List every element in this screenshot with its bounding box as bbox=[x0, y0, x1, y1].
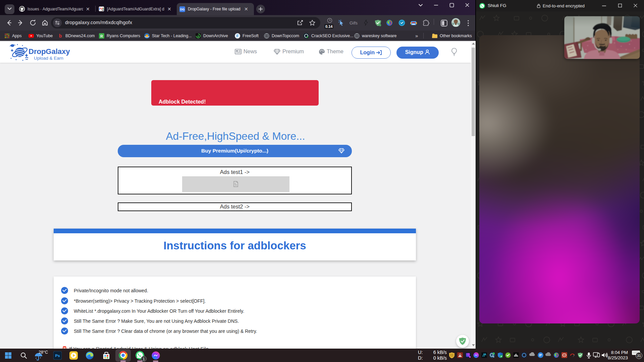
svg-text:Upload & Earn: Upload & Earn bbox=[34, 56, 63, 61]
svg-text:b: b bbox=[59, 33, 62, 39]
svg-text:Ps: Ps bbox=[55, 354, 60, 358]
svg-text:DropGalaxy: DropGalaxy bbox=[29, 47, 70, 56]
svg-text:R: R bbox=[100, 34, 103, 38]
svg-text:F: F bbox=[236, 34, 239, 38]
